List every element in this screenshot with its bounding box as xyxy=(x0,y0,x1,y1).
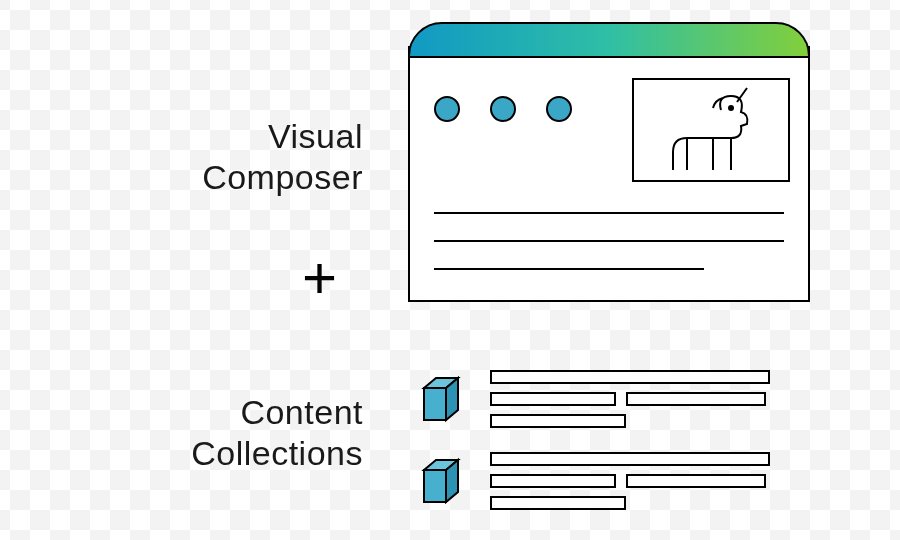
label-visual-composer: Visual Composer xyxy=(0,116,363,199)
paragraph-line xyxy=(434,268,704,270)
collection-bars xyxy=(490,370,810,428)
content-bar xyxy=(626,474,766,488)
plus-symbol: + xyxy=(0,248,363,308)
content-bar xyxy=(626,392,766,406)
label-line: Content xyxy=(0,392,363,433)
circle-icon xyxy=(490,96,516,122)
paragraph-line xyxy=(434,240,784,242)
collection-item xyxy=(416,370,810,432)
content-bar xyxy=(490,370,770,384)
label-line: Composer xyxy=(0,157,363,198)
label-line: Collections xyxy=(0,433,363,474)
content-bar xyxy=(490,474,616,488)
cube-icon xyxy=(416,456,466,506)
label-line: Visual xyxy=(0,116,363,157)
content-bar xyxy=(490,392,616,406)
paragraph-line xyxy=(434,212,784,214)
label-content-collections: Content Collections xyxy=(0,392,363,475)
cube-icon xyxy=(416,374,466,424)
collection-bars xyxy=(490,452,810,510)
visual-composer-window xyxy=(408,22,810,302)
content-bar xyxy=(490,414,626,428)
svg-marker-4 xyxy=(424,470,446,502)
unicorn-icon xyxy=(651,86,771,174)
svg-point-0 xyxy=(729,106,733,110)
window-titlebar xyxy=(408,22,810,58)
svg-marker-1 xyxy=(424,388,446,420)
circle-icon xyxy=(434,96,460,122)
circle-icon xyxy=(546,96,572,122)
content-bar xyxy=(490,496,626,510)
content-bar xyxy=(490,452,770,466)
window-dot-row xyxy=(434,96,572,122)
hero-image-placeholder xyxy=(632,78,790,182)
collection-item xyxy=(416,452,810,514)
